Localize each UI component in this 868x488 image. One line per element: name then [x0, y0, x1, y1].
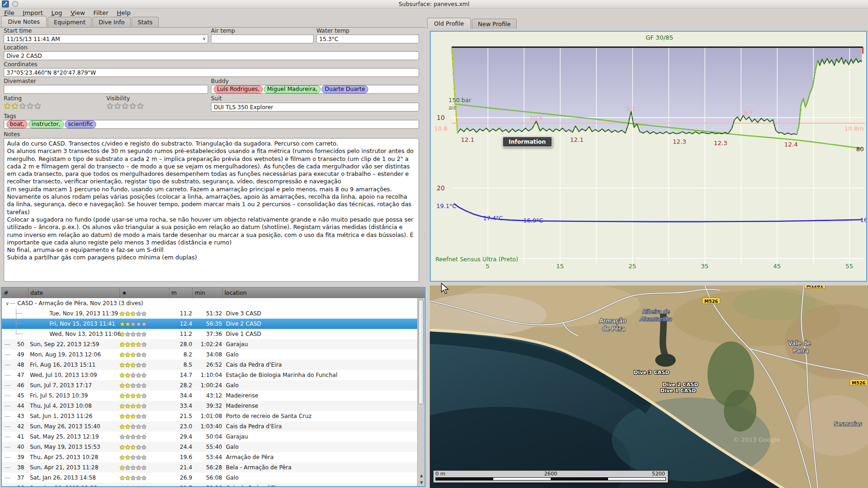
dive-depth: 8.5 — [169, 362, 192, 368]
menu-item-file[interactable]: File — [0, 9, 19, 16]
menu-item-help[interactable]: Help — [112, 9, 135, 16]
dive-list[interactable]: #date★mminlocation ∨ CASD - Armação de P… — [1, 287, 426, 487]
title-bar[interactable]: Subsurface: paneves.xml — [0, 0, 868, 8]
dive-row[interactable]: 41Sat, May 25, 2013 12:19★★★★★29.450:04G… — [2, 432, 425, 442]
tag-pill[interactable]: boat, — [7, 120, 28, 128]
dive-list-header[interactable]: #date★mminlocation — [2, 288, 425, 298]
notes-textarea[interactable]: Aula do curso CASD. Transectos c/video e… — [4, 138, 419, 282]
tag-pill[interactable]: Luís Rodrigues, — [214, 85, 263, 93]
tab-dive-info[interactable]: Dive Info — [92, 17, 131, 27]
tab-old-profile[interactable]: Old Profile — [427, 18, 471, 29]
vertical-splitter-handle-icon[interactable]: ··· — [422, 233, 427, 240]
suit-field[interactable]: DUI TLS 350 Explorer — [211, 103, 419, 112]
map-place-label: © 2013 Google — [733, 436, 780, 443]
start-time-combo[interactable]: 11/15/13 11:41 AM ∨ — [4, 35, 208, 43]
column-header-min[interactable]: min — [192, 288, 222, 298]
svg-text:9.7: 9.7 — [744, 109, 754, 116]
dive-location: Galo — [222, 382, 425, 389]
dive-row[interactable]: 45Fri, Jul 5, 2013 10:39★★★★★34.443:12Ma… — [2, 390, 425, 401]
rating-stars[interactable]: ★★★★★ — [4, 101, 42, 111]
dive-group-row[interactable]: ∨ CASD - Armação de Pêra, Nov 2013 (3 di… — [2, 298, 425, 308]
column-header-stars[interactable]: ★ — [119, 288, 169, 298]
dive-marker-label[interactable]: Dive 3 CASD — [634, 369, 669, 376]
dive-duration: 55:40 — [192, 444, 222, 450]
divemaster-field[interactable] — [4, 85, 208, 94]
dive-rating: ★★★★★ — [119, 310, 169, 317]
dive-date: Sat, May 25, 2013 12:19 — [28, 433, 119, 440]
tag-pill[interactable]: Duarte Duarte — [322, 85, 368, 93]
tags-field[interactable]: boat,instructor,scientific — [4, 120, 419, 129]
water-temp-field[interactable]: 15.3°C — [316, 35, 419, 43]
dive-depth: 21.5 — [169, 413, 192, 419]
svg-text:55: 55 — [846, 263, 854, 270]
menu-item-log[interactable]: Log — [47, 9, 66, 16]
dive-row[interactable]: 38Sun, Apr 21, 2013 11:28★★★★★21.456:28B… — [2, 462, 425, 473]
dive-depth: 33.4 — [169, 403, 192, 409]
dive-rating: ★★★★★ — [119, 321, 169, 328]
dive-row[interactable]: Fri, Nov 15, 2013 11:41★★★★★12.456:35Div… — [2, 319, 425, 329]
menu-item-filter[interactable]: Filter — [89, 9, 112, 16]
tab-stats[interactable]: Stats — [132, 17, 159, 27]
coordinates-field[interactable]: 37°05'23.460"N 8°20'47.879"W — [4, 68, 419, 77]
dive-row[interactable]: 36Sun, Jan 20, 2013 12:33★★★★★21.758:36C… — [2, 483, 425, 487]
menu-item-import[interactable]: Import — [19, 9, 47, 16]
dive-row[interactable]: Tue, Nov 19, 2013 11:39★★★★★11.251:32Div… — [2, 308, 425, 319]
scrollbar-thumb[interactable] — [419, 300, 424, 404]
dive-duration: 34:08 — [192, 351, 222, 358]
dive-row[interactable]: 43Sat, Jun 1, 2013 11:26★★★★★21.51:01:08… — [2, 411, 425, 421]
tag-pill[interactable]: instructor, — [28, 120, 64, 128]
dive-marker-label[interactable]: Dive 2 CASD — [663, 382, 698, 388]
column-header-location[interactable]: location — [222, 288, 425, 298]
air-temp-field[interactable] — [211, 35, 314, 43]
location-field[interactable]: Dive 2 CASD — [4, 51, 419, 60]
tab-dive-notes[interactable]: Dive Notes — [1, 16, 47, 27]
column-header-num[interactable]: # — [2, 288, 28, 298]
dive-rating: ★★★★★ — [119, 372, 169, 379]
collapse-arrow-icon[interactable]: ∨ — [6, 301, 9, 306]
dive-duration: 1:03:40 — [192, 423, 222, 430]
dive-row[interactable]: 37Sat, Jan 26, 2013 14:58★★★★★26.956:08G… — [2, 473, 425, 483]
dive-row[interactable]: 48Fri, Aug 16, 2013 15:11★★★★★8.526:52Ca… — [2, 360, 425, 370]
scroll-down-icon[interactable]: ▼ — [418, 479, 425, 486]
map-place-label: de Pêra — [602, 325, 625, 332]
location-label: Location — [4, 44, 28, 51]
column-header-m[interactable]: m — [169, 288, 192, 298]
map-place-label: Parra — [793, 347, 809, 354]
dive-site-map[interactable]: M526M526M1281 Armaçãode PêraRibeira deAl… — [430, 286, 868, 488]
tab-new-profile[interactable]: New Profile — [472, 19, 517, 29]
chevron-down-icon[interactable]: ∨ — [203, 36, 206, 41]
dive-row[interactable]: 42Sun, May 26, 2013 15:40★★★★★23.01:03:4… — [2, 421, 425, 432]
dive-marker-label[interactable]: Dive 1 CASD — [660, 388, 696, 394]
tag-pill[interactable]: Miguel Madureira, — [264, 85, 321, 93]
dive-depth: 29.4 — [169, 433, 192, 440]
dive-duration: 56:35 — [192, 321, 222, 327]
dive-row[interactable]: 47Wed, Jul 10, 2013 13:09★★★★★14.71:10:0… — [2, 370, 425, 380]
information-tooltip[interactable]: Information — [502, 136, 553, 147]
dive-row[interactable]: 46Sun, Jul 7, 2013 17:17★★★★★28.21:00:24… — [2, 380, 425, 390]
menu-item-view[interactable]: View — [66, 9, 89, 16]
dive-row[interactable]: 44Thu, Jul 4, 2013 10:08★★★★★33.439:32Ma… — [2, 401, 425, 411]
tab-equipment[interactable]: Equipment — [48, 17, 91, 27]
road-badge: M526 — [852, 380, 866, 385]
dive-row[interactable]: 39Thu, Apr 25, 2013 10:28★★★★★19.653:44A… — [2, 452, 425, 462]
buddy-field[interactable]: Luís Rodrigues,Miguel Madureira,Duarte D… — [211, 85, 419, 94]
water-temp-label: Water temp — [316, 28, 350, 34]
svg-text:10.5: 10.5 — [530, 115, 543, 122]
dive-row[interactable]: 40Sun, May 19, 2013 15:53★★★★★24.455:40G… — [2, 442, 425, 452]
dive-list-scrollbar[interactable]: ▲ ▼ — [417, 298, 425, 486]
dive-profile-panel[interactable]: GF 30/8510205152535455512.112.112.312.31… — [430, 31, 867, 282]
column-header-date[interactable]: date — [28, 288, 119, 298]
tag-pill[interactable]: scientific — [65, 120, 96, 128]
dive-depth: 28.0 — [169, 341, 192, 348]
visibility-stars[interactable]: ★★★★★ — [106, 101, 144, 111]
dive-row[interactable]: 50Sun, Sep 22, 2013 12:59★★★★★28.01:02:2… — [2, 339, 425, 349]
scroll-up-icon[interactable]: ▲ — [418, 472, 425, 479]
dive-rating: ★★★★★ — [119, 331, 169, 338]
svg-text:15: 15 — [556, 263, 564, 270]
horizontal-splitter[interactable]: ····· — [426, 282, 868, 286]
dive-duration: 58:36 — [192, 485, 222, 487]
dive-row[interactable]: 49Mon, Aug 19, 2013 12:06★★★★★8.234:08Ga… — [2, 349, 425, 360]
window-title: Subsurface: paneves.xml — [0, 1, 868, 7]
dive-date: Sun, Sep 22, 2013 12:59 — [28, 341, 119, 348]
dive-row[interactable]: Wed, Nov 13, 2013 11:06★★★★★11.237:36Div… — [2, 329, 425, 339]
